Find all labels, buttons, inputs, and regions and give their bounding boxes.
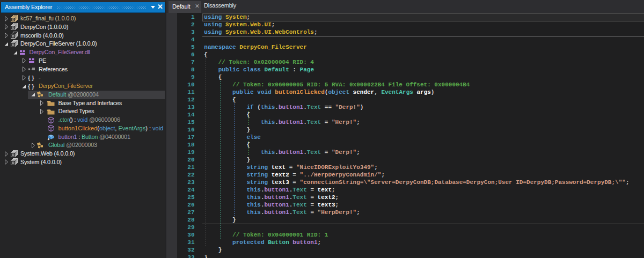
svg-text:{ }: { } [28, 83, 34, 90]
svg-text:{ }: { } [28, 75, 34, 81]
